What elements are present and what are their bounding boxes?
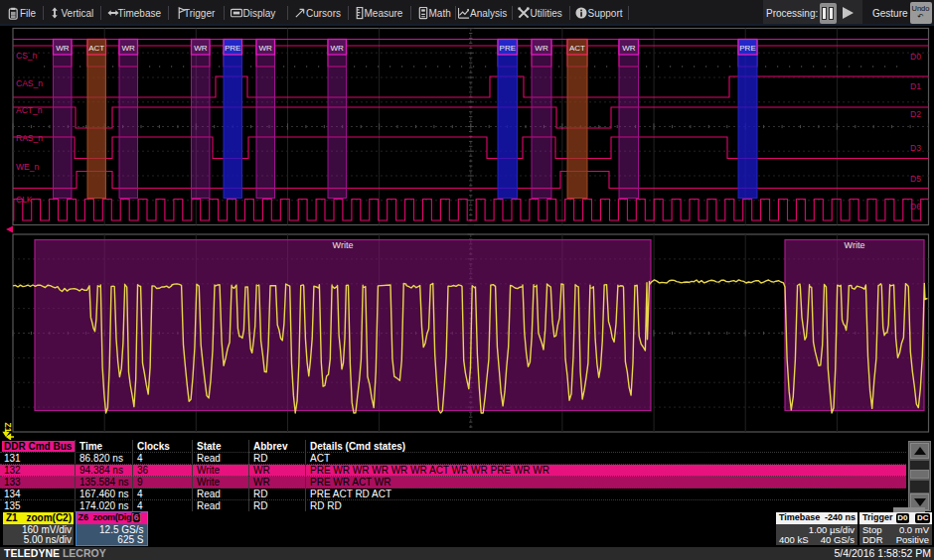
svg-text:WR: WR (259, 44, 273, 53)
svg-text:WR: WR (122, 44, 136, 53)
svg-text:D3: D3 (910, 143, 921, 153)
svg-text:PRE: PRE (500, 44, 516, 53)
svg-text:WR: WR (194, 44, 208, 53)
svg-text:PRE: PRE (225, 44, 240, 53)
svg-text:RAS_n: RAS_n (16, 133, 43, 143)
svg-text:D2: D2 (910, 109, 921, 119)
svg-text:PRE: PRE (739, 44, 755, 53)
svg-text:D5: D5 (910, 174, 921, 184)
svg-text:D1: D1 (910, 81, 921, 91)
svg-text:Z1: Z1 (3, 423, 13, 433)
svg-text:WE_n: WE_n (16, 162, 39, 172)
svg-text:D0: D0 (910, 52, 921, 62)
svg-text:WR: WR (56, 44, 70, 53)
svg-text:CLK: CLK (16, 195, 33, 205)
svg-text:Write: Write (333, 240, 354, 250)
svg-text:Write: Write (845, 240, 865, 250)
svg-text:D6: D6 (910, 202, 921, 211)
svg-text:WR: WR (622, 44, 636, 53)
svg-text:WR: WR (331, 44, 345, 53)
svg-text:CS_n: CS_n (16, 51, 38, 61)
svg-text:ACT: ACT (569, 44, 585, 53)
svg-text:ACT_n: ACT_n (16, 105, 43, 115)
svg-text:WR: WR (535, 44, 548, 53)
svg-text:CAS_n: CAS_n (16, 78, 43, 88)
svg-text:ACT: ACT (88, 44, 104, 53)
